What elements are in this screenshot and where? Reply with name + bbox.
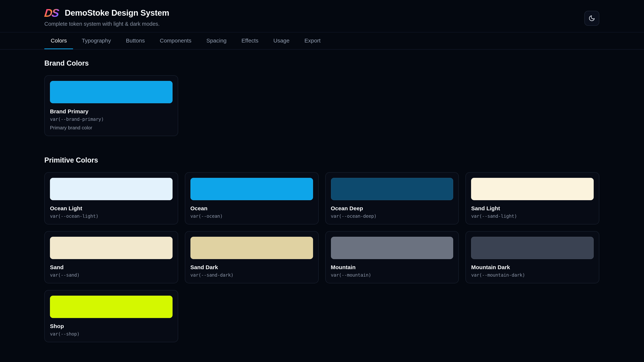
theme-toggle-button[interactable] [584, 11, 599, 26]
color-card-grid: Brand Primaryvar(--brand-primary)Primary… [44, 75, 599, 136]
color-description: Primary brand color [50, 125, 172, 130]
color-name: Shop [50, 323, 172, 329]
tab-colors[interactable]: Colors [44, 32, 73, 49]
color-css-variable: var(--shop) [50, 331, 172, 337]
color-name: Ocean Deep [331, 205, 453, 212]
tab-buttons[interactable]: Buttons [120, 32, 151, 49]
brand-row: DS DemoStoke Design System [44, 8, 599, 19]
color-card-ocean-light: Ocean Lightvar(--ocean-light) [44, 172, 178, 224]
color-css-variable: var(--ocean) [190, 213, 313, 219]
color-css-variable: var(--sand) [50, 272, 172, 278]
color-css-variable: var(--ocean-deep) [331, 213, 453, 219]
tab-components[interactable]: Components [153, 32, 198, 49]
color-card-mountain: Mountainvar(--mountain) [325, 231, 459, 283]
color-card-brand-primary: Brand Primaryvar(--brand-primary)Primary… [44, 75, 178, 136]
tab-usage[interactable]: Usage [267, 32, 296, 49]
color-swatch [471, 178, 594, 200]
color-css-variable: var(--ocean-light) [50, 213, 172, 219]
color-swatch [50, 296, 172, 318]
tab-spacing[interactable]: Spacing [200, 32, 233, 49]
moon-icon [588, 15, 595, 22]
color-card-mountain-dark: Mountain Darkvar(--mountain-dark) [466, 231, 600, 283]
section-title: Primitive Colors [44, 156, 599, 164]
color-name: Mountain Dark [471, 264, 594, 270]
color-css-variable: var(--sand-dark) [190, 272, 313, 278]
color-css-variable: var(--mountain) [331, 272, 453, 278]
color-swatch [50, 81, 172, 103]
section-brand-colors: Brand ColorsBrand Primaryvar(--brand-pri… [44, 59, 599, 136]
color-swatch [471, 237, 594, 259]
color-swatch [50, 178, 172, 200]
tab-bar: ColorsTypographyButtonsComponentsSpacing… [0, 32, 644, 50]
color-name: Brand Primary [50, 108, 172, 114]
tab-effects[interactable]: Effects [235, 32, 265, 49]
color-name: Sand Light [471, 205, 594, 212]
tab-export[interactable]: Export [298, 32, 327, 49]
color-css-variable: var(--brand-primary) [50, 116, 172, 122]
demostoke-logo: DS [44, 8, 60, 19]
color-card-sand-light: Sand Lightvar(--sand-light) [466, 172, 600, 224]
color-card-grid: Ocean Lightvar(--ocean-light)Oceanvar(--… [44, 172, 599, 342]
color-css-variable: var(--sand-light) [471, 213, 594, 219]
page-subtitle: Complete token system with light & dark … [44, 21, 599, 27]
color-name: Mountain [331, 264, 453, 270]
color-card-sand-dark: Sand Darkvar(--sand-dark) [185, 231, 319, 283]
color-swatch [331, 178, 453, 200]
color-card-shop: Shopvar(--shop) [44, 290, 178, 342]
color-card-ocean-deep: Ocean Deepvar(--ocean-deep) [325, 172, 459, 224]
color-name: Sand [50, 264, 172, 270]
color-swatch [50, 237, 172, 259]
design-system-page: DS DemoStoke Design System Complete toke… [0, 0, 644, 362]
tab-typography[interactable]: Typography [76, 32, 118, 49]
color-swatch [190, 178, 313, 200]
section-title: Brand Colors [44, 59, 599, 68]
color-css-variable: var(--mountain-dark) [471, 272, 594, 278]
color-name: Ocean Light [50, 205, 172, 212]
color-card-ocean: Oceanvar(--ocean) [185, 172, 319, 224]
page-header: DS DemoStoke Design System Complete toke… [0, 0, 644, 32]
content: Brand ColorsBrand Primaryvar(--brand-pri… [0, 50, 644, 342]
color-swatch [331, 237, 453, 259]
section-primitive-colors: Primitive ColorsOcean Lightvar(--ocean-l… [44, 156, 599, 342]
color-swatch [190, 237, 313, 259]
color-name: Sand Dark [190, 264, 313, 270]
page-title: DemoStoke Design System [65, 8, 169, 18]
color-card-sand: Sandvar(--sand) [44, 231, 178, 283]
color-name: Ocean [190, 205, 313, 212]
